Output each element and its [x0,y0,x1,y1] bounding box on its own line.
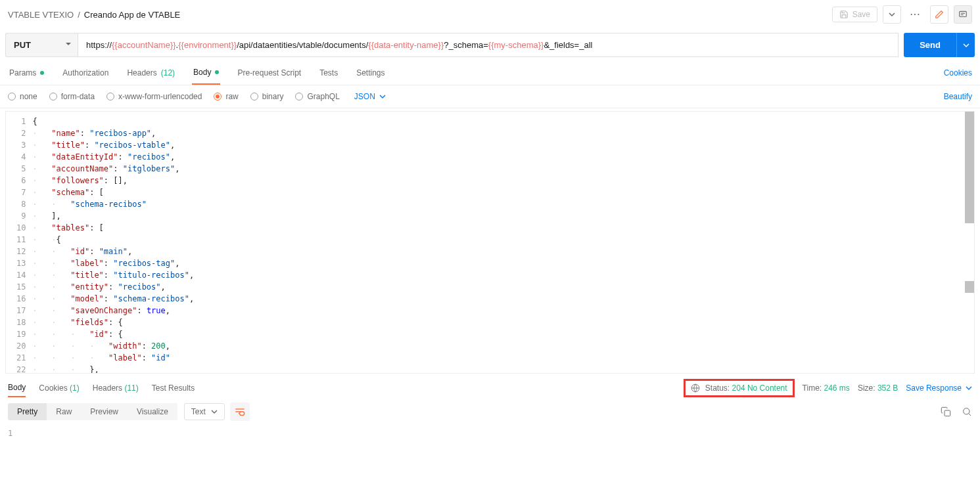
view-raw[interactable]: Raw [47,403,81,420]
breadcrumb: VTABLE VTEXIO / Creando App de VTABLE [8,10,180,20]
body-type-raw[interactable]: raw [214,92,238,101]
response-tabs: Body Cookies (1) Headers (11) Test Resul… [0,374,980,397]
body-language-label: JSON [354,92,375,101]
tab-headers[interactable]: Headers (12) [126,62,176,84]
search-icon [962,406,972,417]
view-pretty[interactable]: Pretty [8,403,47,420]
beautify-link[interactable]: Beautify [944,92,972,101]
url-text: /api/dataentities/vtable/documents/ [237,40,368,50]
response-language-select[interactable]: Text [184,403,225,420]
chevron-down-icon [966,385,972,391]
chevron-down-icon [963,42,969,49]
copy-response-button[interactable] [941,406,951,417]
url-var-env: {{environment}} [178,40,237,50]
tab-tests[interactable]: Tests [318,62,339,84]
wrap-icon [235,407,245,416]
tab-settings[interactable]: Settings [355,62,386,84]
url-text: ?_schema= [444,40,488,50]
breadcrumb-collection[interactable]: VTABLE VTEXIO [8,10,74,20]
tab-prerequest[interactable]: Pre-request Script [236,62,302,84]
response-tab-cookies[interactable]: Cookies (1) [39,380,79,397]
view-preview[interactable]: Preview [81,403,128,420]
response-tab-body[interactable]: Body [8,379,26,397]
status-label: Status: [705,383,730,393]
top-bar: VTABLE VTEXIO / Creando App de VTABLE Sa… [0,0,980,29]
tab-label: Params [9,68,36,77]
body-type-binary[interactable]: binary [250,92,284,101]
size-label: Size: [858,383,875,393]
body-language-select[interactable]: JSON [354,92,386,101]
radio-label: GraphQL [307,92,339,101]
comment-icon [958,10,968,19]
view-visualize[interactable]: Visualize [128,403,177,420]
response-meta: Status: 204 No Content Time: 246 ms Size… [684,379,972,397]
save-response-button[interactable]: Save Response [906,383,972,393]
search-response-button[interactable] [962,406,972,417]
more-options-button[interactable]: ··· [906,10,925,19]
url-var-entity: {{data-entity-name}} [368,40,444,50]
tab-label: Settings [356,68,385,77]
save-dropdown-button[interactable] [883,5,901,24]
send-dropdown-button[interactable] [956,33,975,57]
copy-icon [941,406,951,417]
radio-icon [8,93,16,100]
radio-label: none [20,92,37,101]
http-method-select[interactable]: PUT [5,33,78,57]
send-label: Send [920,40,941,50]
svg-line-7 [969,414,971,416]
body-editor[interactable]: 12345678910111213141516171819202122 {· "… [5,111,975,374]
seg-label: Raw [56,407,72,416]
breadcrumb-current[interactable]: Creando App de VTABLE [84,10,180,20]
url-input[interactable]: https://{{accountName}}.{{environment}}/… [78,33,898,57]
radio-icon [250,93,258,100]
tab-params[interactable]: Params [8,62,45,84]
response-tab-headers[interactable]: Headers (11) [93,380,139,397]
scrollbar-thumb-mini[interactable] [965,281,974,293]
response-body-editor[interactable]: 1 [0,426,980,441]
tab-label: Body [8,383,26,392]
tab-body[interactable]: Body [192,61,220,85]
scrollbar-thumb[interactable] [965,112,974,223]
comment-icon-button[interactable] [954,5,972,24]
save-label: Save [852,10,870,19]
request-row: PUT https://{{accountName}}.{{environmen… [0,29,980,61]
cookies-label: Cookies [944,68,972,77]
request-tabs: Params Authorization Headers (12) Body P… [0,61,980,85]
radio-icon [214,93,222,100]
line-number-gutter: 12345678910111213141516171819202122 [6,112,32,373]
chevron-down-icon [211,408,218,415]
breadcrumb-separator: / [78,10,80,20]
size-value: 352 B [877,383,898,393]
edit-icon-button[interactable] [930,5,948,24]
url-var-schema: {{my-schema}} [488,40,544,50]
time-value: 246 ms [824,383,850,393]
tab-label: Headers [93,383,122,393]
save-icon [839,10,849,19]
tab-authorization[interactable]: Authorization [61,62,110,84]
tab-count: (1) [70,383,80,393]
response-tab-tests[interactable]: Test Results [152,380,195,397]
status-value: 204 No Content [732,383,787,393]
scrollbar-track[interactable] [965,112,974,373]
response-view-segment: Pretty Raw Preview Visualize [8,403,177,420]
url-text: &_fields=_all [544,40,592,50]
body-type-graphql[interactable]: GraphQL [295,92,339,101]
dot-indicator-icon [40,71,44,75]
cookies-link[interactable]: Cookies [944,68,972,77]
save-button[interactable]: Save [832,7,877,22]
wrap-lines-button[interactable] [230,403,250,421]
top-actions: Save ··· [832,5,972,24]
pencil-icon [935,10,944,19]
tab-count: (11) [124,383,138,393]
tab-label: Authorization [62,68,108,77]
response-toolbar: Pretty Raw Preview Visualize Text [0,397,980,426]
response-language-label: Text [191,407,206,416]
chevron-down-icon [889,11,895,18]
url-var-account: {{accountName}} [112,40,176,50]
body-type-urlencoded[interactable]: x-www-form-urlencoded [106,92,202,101]
body-type-none[interactable]: none [8,92,37,101]
send-button[interactable]: Send [904,33,956,57]
svg-rect-0 [960,11,967,16]
body-type-formdata[interactable]: form-data [49,92,95,101]
code-content[interactable]: {· "name": "recibos-app",· "title": "rec… [32,112,974,373]
